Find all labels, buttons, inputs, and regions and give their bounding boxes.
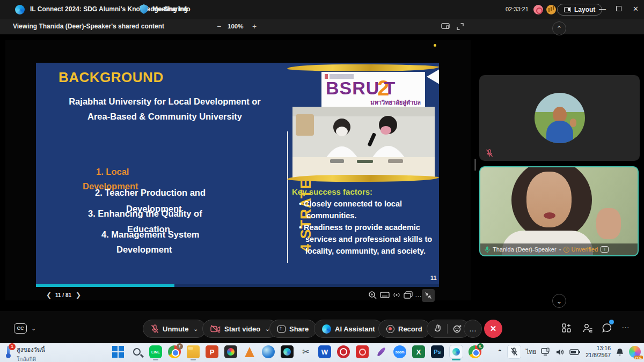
share-button[interactable]: Share [269, 320, 317, 338]
ai-assistant-button[interactable]: AI Assistant [314, 320, 383, 338]
blue-swirl-app-icon[interactable] [262, 345, 275, 358]
captions-chevron-icon[interactable]: ⌄ [31, 325, 36, 332]
pill-divider [447, 324, 448, 334]
participant-tile[interactable] [479, 75, 640, 161]
clock[interactable]: 13:16 21/8/2567 [586, 345, 611, 359]
start-video-button[interactable]: Start video ⌄ [202, 320, 278, 338]
maximize-button[interactable] [616, 5, 621, 13]
magnify-icon[interactable] [368, 291, 378, 300]
record-icon [386, 325, 394, 333]
taskbar-app-icons: LINE T P ✂ W zoom X Ps IL [112, 345, 481, 358]
gold-band-bottom [287, 175, 439, 182]
participants-button[interactable] [582, 323, 593, 334]
unverified-badge[interactable]: ! Unverified [564, 246, 598, 253]
unmute-chevron-icon[interactable]: ⌄ [193, 326, 197, 332]
mic-muted-icon [151, 324, 159, 334]
zoom-level[interactable]: 100% [228, 23, 243, 29]
more-panel-options-button[interactable]: … [621, 321, 630, 330]
adobe-cc-icon[interactable] [224, 345, 237, 358]
annotate-panel-icon[interactable] [380, 291, 390, 300]
webex-active-app-icon[interactable] [450, 345, 463, 358]
panel-collapse-up-button[interactable]: ⌃ [552, 21, 566, 35]
tray-expand-icon[interactable]: ⌃ [497, 349, 502, 356]
snipping-tool-icon[interactable]: ✂ [299, 345, 312, 358]
record-button[interactable]: Record [378, 320, 430, 338]
weather-widget[interactable]: 1 สูงของวันนี้ โกลัสกิติ [4, 345, 45, 362]
pop-out-window-icon[interactable] [441, 23, 450, 30]
zoom-app-icon[interactable]: zoom [393, 345, 406, 358]
vlc-icon[interactable] [243, 345, 256, 358]
bsru-logo-text: BSRU [326, 79, 379, 97]
chrome-app-icon[interactable]: T [168, 345, 181, 358]
connection-stats-icon[interactable] [546, 5, 556, 14]
volume-icon[interactable] [555, 348, 565, 356]
warning-icon: ! [564, 247, 569, 253]
previous-page-button[interactable]: ❮ [46, 291, 52, 299]
start-video-label: Start video [224, 325, 260, 333]
windows-stack-icon[interactable] [404, 291, 413, 300]
apps-button[interactable] [561, 323, 572, 334]
next-page-button[interactable]: ❯ [76, 291, 81, 299]
search-button[interactable] [130, 345, 143, 358]
weather-line1: สูงของวันนี้ [17, 345, 45, 354]
webex-app-icon[interactable] [281, 345, 294, 358]
strategy-item-4b: Development [116, 245, 172, 255]
red-broadcast-app-icon[interactable] [356, 345, 369, 358]
leave-meeting-button[interactable]: ✕ [484, 320, 502, 338]
collapse-content-icon[interactable] [422, 289, 435, 302]
share-icon [277, 326, 286, 333]
chrome-profile-icon[interactable]: IL [469, 345, 481, 358]
word-icon[interactable]: W [318, 345, 331, 358]
maximize-icon [616, 6, 621, 11]
participant-muted-mic-icon [486, 149, 493, 157]
battery-icon[interactable] [569, 349, 581, 356]
speaker-hand [596, 208, 621, 239]
panel-resize-handle[interactable] [474, 159, 475, 171]
recording-indicator-icon[interactable] [533, 5, 543, 14]
excel-icon[interactable]: X [412, 345, 425, 358]
file-explorer-icon[interactable] [187, 345, 200, 358]
closed-captions-button[interactable]: CC [14, 323, 27, 334]
feather-app-icon[interactable] [375, 345, 387, 358]
active-speaker-tile[interactable]: Thanida (Deer)-Speaker • ! Unverified ↑ [479, 166, 639, 256]
broadcast-icon[interactable] [392, 291, 401, 300]
gold-band-top [287, 64, 439, 71]
move-to-stage-icon[interactable]: ↑ [601, 246, 609, 253]
minimize-button[interactable]: — [599, 5, 606, 13]
unmute-label: Unmute [163, 325, 188, 333]
more-options-button[interactable]: … [464, 320, 482, 338]
copilot-icon[interactable]: PRE [629, 346, 641, 358]
participant-avatar [535, 93, 585, 143]
close-button[interactable]: ✕ [633, 5, 639, 13]
slide-back-arrow-icon[interactable] [427, 69, 439, 84]
meeting-info-button[interactable]: Meeting Info [152, 5, 191, 13]
powerpoint-icon[interactable]: P [206, 345, 218, 358]
network-icon[interactable] [541, 348, 551, 356]
content-controls: ❮ 11 / 81 ❯ … [5, 290, 471, 303]
key-success-title: Key success factors: [292, 187, 372, 196]
title-bar: IL Connect 2024: SDG Alumni's Knowledge … [0, 0, 644, 19]
start-button[interactable] [112, 345, 125, 358]
layout-button[interactable]: Layout [557, 4, 602, 16]
bsru-logo-suffix: T [384, 79, 396, 97]
red-app-icon[interactable] [337, 345, 350, 358]
share-progress-bar[interactable] [36, 284, 439, 287]
language-indicator[interactable]: ไทย [526, 347, 536, 357]
page-indicator[interactable]: 11 / 81 [55, 292, 71, 298]
photoshop-icon[interactable]: Ps [431, 345, 444, 358]
tray-time: 13:16 [586, 345, 611, 352]
bullet-1-line1: • Closely connected to local [299, 200, 402, 208]
speaker-face [526, 172, 572, 227]
tray-mic-muted-button[interactable] [507, 345, 521, 359]
fullscreen-icon[interactable] [456, 23, 464, 31]
zoom-in-button[interactable]: + [252, 22, 257, 31]
avatar-body [546, 121, 573, 143]
zoom-out-button[interactable]: − [217, 22, 221, 31]
chat-button[interactable] [602, 323, 613, 334]
unmute-button[interactable]: Unmute ⌄ [143, 320, 206, 338]
line-app-icon[interactable]: LINE [149, 345, 162, 358]
reactions-smiley-icon[interactable] [453, 324, 462, 333]
panel-collapse-down-button[interactable]: ⌄ [552, 294, 566, 308]
notification-bell-icon[interactable] [616, 348, 624, 357]
raise-hand-icon[interactable] [435, 324, 442, 333]
